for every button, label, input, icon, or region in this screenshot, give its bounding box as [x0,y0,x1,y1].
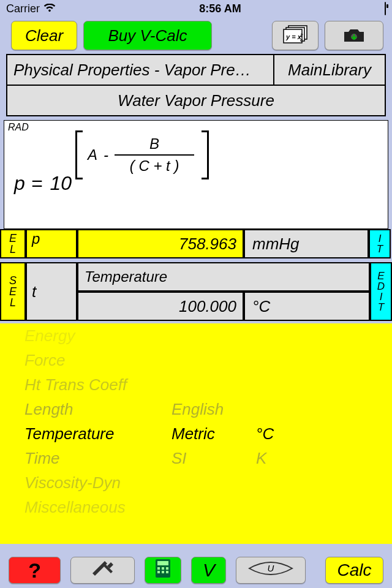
picker-option[interactable]: Metric [172,421,215,446]
variable-symbol-p: p [26,229,77,258]
picker-option[interactable]: Energy [24,323,75,348]
picker-option[interactable]: Length [24,397,74,421]
angle-mode-label: RAD [8,122,29,133]
calc-button[interactable]: Calc [325,557,383,584]
select-button-p[interactable]: EL [0,229,26,258]
status-bar: Carrier 8:56 AM [0,0,392,17]
picker-option[interactable]: Temperature [24,421,114,446]
svg-text:c: c [300,37,303,43]
breadcrumb-library[interactable]: MainLibrary [274,55,385,85]
svg-text:y = x: y = x [285,33,302,40]
picker-option[interactable]: Time [24,446,60,470]
picker-option[interactable]: English [172,397,224,421]
top-button-row: Clear Buy V-Calc y = x 2 c [0,17,392,54]
picker-option[interactable]: SI [172,446,187,470]
variable-unit-p[interactable]: mmHg [244,229,369,258]
screenshot-button[interactable] [325,21,383,50]
svg-rect-12 [157,571,160,573]
wifi-icon [43,2,56,15]
page-title: Water Vapor Pressure [6,86,386,116]
picker-option[interactable]: °C [256,421,274,446]
svg-text:U: U [268,563,274,573]
undo-button[interactable]: U [236,557,306,584]
unit-picker[interactable]: Elec ResistanceEnergyForceHt Trans Coeff… [0,323,392,544]
picker-option[interactable]: K [256,446,266,470]
svg-rect-10 [162,567,164,570]
svg-rect-14 [166,571,168,573]
carrier-label: Carrier [6,2,40,15]
variable-unit-t[interactable]: °C [244,292,370,321]
formula-display: RAD p = 10 A - B ( C + t ) [4,120,388,229]
breadcrumb-row: Physical Properties - Vapor Pre… MainLib… [6,54,386,86]
variable-name-t: Temperature [77,262,370,292]
picker-option[interactable]: Ht Trans Coeff [24,372,127,397]
edit-button-p[interactable]: IT [369,229,391,258]
battery-icon [385,2,386,15]
svg-rect-9 [157,567,160,570]
help-button[interactable]: ? [9,557,61,584]
variable-row-p: EL p 758.963 mmHg IT [0,229,392,258]
variable-symbol-t: t [26,262,77,321]
variable-row-t: SEL t Temperature 100.000 °C EDIT [0,262,392,321]
picker-option[interactable]: Miscellaneous [24,495,126,519]
formula-card-button[interactable]: y = x 2 c [272,21,318,50]
select-button-t[interactable]: SEL [0,262,26,321]
buy-button[interactable]: Buy V-Calc [83,21,212,50]
svg-rect-13 [162,571,164,573]
clock: 8:56 AM [199,2,241,15]
svg-rect-11 [166,567,168,570]
clear-button[interactable]: Clear [11,21,77,50]
help-icon: ? [28,559,41,582]
breadcrumb-path[interactable]: Physical Properties - Vapor Pre… [7,55,274,85]
v-button[interactable]: V [191,557,226,584]
undo-icon: U [246,559,295,582]
picker-option[interactable]: Force [24,348,65,372]
edit-button-t[interactable]: EDIT [370,262,392,321]
tools-icon [89,560,117,581]
picker-option[interactable]: Viscosity-Dyn [24,470,121,495]
calculator-mode-button[interactable] [145,557,182,584]
variable-value-t[interactable]: 100.000 [77,292,244,321]
bottom-toolbar: ? V U Calc [0,552,392,588]
settings-button[interactable] [70,557,134,584]
variable-value-p[interactable]: 758.963 [77,229,244,258]
calculator-icon [154,559,172,582]
svg-rect-8 [157,561,168,565]
